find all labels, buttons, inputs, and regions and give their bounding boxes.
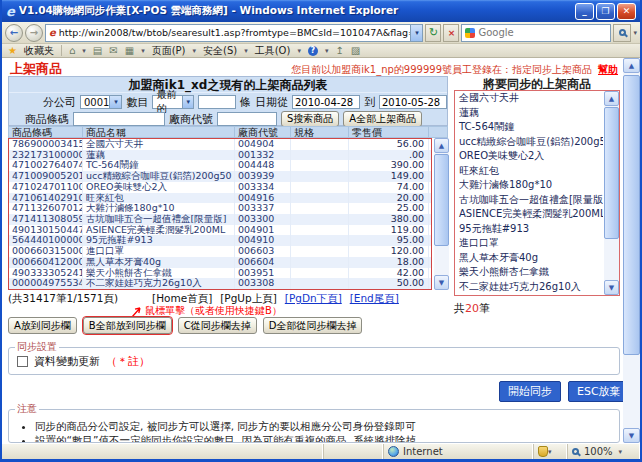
remove-selected-button[interactable]: C從同步欄去掉	[178, 317, 257, 334]
table-row[interactable]: 2321731000007蓮藕001332.00	[9, 150, 431, 161]
tools-menu-dropdown[interactable]: ▾	[297, 47, 301, 55]
protected-mode-icon[interactable]	[538, 446, 548, 457]
safety-menu[interactable]: 安全(S)	[203, 44, 237, 58]
home-icon[interactable]: ⌂	[69, 46, 75, 56]
restore-button[interactable]: ❐	[596, 3, 615, 20]
help-dropdown[interactable]: ▾	[325, 47, 329, 55]
page-menu-dropdown[interactable]: ▾	[193, 47, 197, 55]
sync-list-item[interactable]: 黑人草本牙膏40g	[455, 251, 603, 266]
minimize-button[interactable]: _	[575, 3, 594, 20]
cell-vendor: 003951	[235, 268, 291, 279]
feed-icon[interactable]: ▤	[93, 46, 102, 56]
table-scrollbar[interactable]: ▲ ▼	[434, 138, 449, 290]
address-dropdown[interactable]: ▾	[410, 25, 422, 41]
refresh-button[interactable]: ↻	[425, 24, 441, 42]
table-scroll-thumb[interactable]	[434, 154, 449, 246]
table-row[interactable]: 4710090052013ucc精緻綜合咖啡豆(鋁箔)200g500039391…	[9, 171, 431, 182]
zoom-dropdown[interactable]: ▾	[619, 448, 623, 456]
table-row[interactable]: 564440100000695元拖鞋#91300491095.00	[9, 235, 431, 246]
mail-icon[interactable]: ✉	[109, 46, 117, 56]
add-all-button[interactable]: B全部放到同步欄	[83, 317, 172, 334]
scroll-down-icon[interactable]: ▼	[434, 275, 449, 290]
page-scroll-thumb[interactable]	[623, 75, 640, 355]
scroll-up-icon[interactable]: ▲	[604, 91, 619, 106]
vendor-input[interactable]	[217, 112, 277, 126]
print-dropdown[interactable]: ▾	[141, 47, 145, 55]
back-button[interactable]: ←	[5, 24, 23, 42]
table-row[interactable]: 4710247011009OREO美味雙心2入00333474.00	[9, 182, 431, 193]
table-row[interactable]: 0006603150005進口口罩006603120.00	[9, 246, 431, 257]
pgdn-link[interactable]: [PgDn下頁]	[285, 292, 342, 306]
sync-list-item[interactable]: 樂天小熊餅杏仁拿鐵	[455, 265, 603, 280]
search-options-dropdown[interactable]: ▾	[633, 29, 637, 37]
sync-list-item[interactable]: 蓮藕	[455, 106, 603, 121]
zoom-icon[interactable]	[572, 448, 579, 455]
esc-cancel-button[interactable]: ESC放棄	[568, 381, 630, 402]
scroll-down-icon[interactable]: ▼	[604, 280, 619, 295]
start-sync-button[interactable]: 開始同步	[499, 381, 561, 402]
sync-scrollbar[interactable]: ▲ ▼	[604, 91, 619, 295]
sync-list-item[interactable]: 古坑咖啡五合一超值禮盒[限量版]	[455, 193, 603, 208]
table-row[interactable]: 4710027640740TC-564鬧鐘004448390.00	[9, 160, 431, 171]
add-selected-button[interactable]: A放到同步欄	[8, 317, 77, 334]
zoom-level[interactable]: 100%	[584, 446, 613, 457]
sync-list-item[interactable]: 大雞汁滷條180g*10	[455, 178, 603, 193]
scroll-down-icon[interactable]: ▼	[623, 428, 640, 443]
table-row[interactable]: 0000049755343不二家娃娃巧克力26g10入00330850.00	[9, 278, 431, 289]
search-go-button[interactable]	[613, 24, 631, 42]
table-row[interactable]: 7869000034155全國六寸天井00490456.00	[9, 139, 431, 150]
cell-spec	[291, 203, 349, 214]
remove-all-button[interactable]: D全部從同步欄去掉	[263, 317, 363, 334]
cell-name: TC-564鬧鐘	[83, 160, 235, 171]
close-button[interactable]: ✕	[617, 3, 636, 20]
print-icon[interactable]: ▦	[125, 46, 134, 56]
table-row[interactable]: 4711326070122大雞汁滷條180g*1000333725.00	[9, 203, 431, 214]
help-link[interactable]: 幫助	[598, 64, 618, 75]
branch-select[interactable]: 0001▾	[80, 95, 122, 109]
sync-list-item[interactable]: OREO美味雙心2入	[455, 149, 603, 164]
table-row[interactable]: 4901301504470ASIENCE完美輕柔潤髮乳200ML00490111…	[9, 225, 431, 236]
favorites-button[interactable]: 收藏夹	[24, 44, 54, 58]
sync-list-item[interactable]: TC-564鬧鐘	[455, 120, 603, 135]
sync-list-item[interactable]: 不二家娃娃巧克力26g10入	[455, 280, 603, 295]
end-page-link[interactable]: [End尾頁]	[350, 292, 399, 306]
scroll-up-icon[interactable]: ▲	[434, 138, 449, 153]
search-products-button[interactable]: S搜索商品	[281, 111, 339, 127]
search-box[interactable]: Google	[461, 24, 611, 42]
sync-list-item[interactable]: 旺來紅包	[455, 164, 603, 179]
help-icon[interactable]: ?	[308, 46, 318, 56]
count-select[interactable]: 最前的▾	[152, 95, 194, 109]
date-from-input[interactable]	[292, 95, 360, 109]
data-update-checkbox[interactable]	[17, 356, 28, 367]
sync-list-item[interactable]: 進口口罩	[455, 236, 603, 251]
count-input[interactable]	[198, 95, 236, 109]
table-row[interactable]: 4710614029101旺來紅包00491620.00	[9, 193, 431, 204]
cell-name: OREO美味雙心2入	[83, 182, 235, 193]
safety-menu-dropdown[interactable]: ▾	[244, 47, 248, 55]
sync-scroll-thumb[interactable]	[604, 107, 619, 239]
table-row[interactable]: 4903333052417樂天小熊餅杏仁拿鐵00395142.00	[9, 268, 431, 279]
address-input[interactable]: e http://win2008/tw/btob/searesult1.asp?…	[45, 24, 423, 42]
home-dropdown[interactable]: ▾	[82, 47, 86, 55]
sync-list-item[interactable]: 全國六寸天井	[455, 91, 603, 106]
notice-item: 設置的“數目”值不一定能同步你設定的數目, 因為可能有重複的商品, 系統將排除掉	[35, 433, 619, 443]
table-row[interactable]: 4714113080595古坑咖啡五合一超值禮盒[限量版]003300380.0…	[9, 214, 431, 225]
sync-list-item[interactable]: 95元拖鞋#913	[455, 222, 603, 237]
sync-list-item[interactable]: ucc精緻綜合咖啡豆(鋁箔)200g50	[455, 135, 603, 150]
page-scrollbar[interactable]: ▲ ▼	[623, 58, 640, 443]
scroll-up-icon[interactable]: ▲	[623, 58, 640, 73]
cell-code: 4903333052417	[9, 268, 83, 279]
protected-dropdown[interactable]: ▾	[548, 448, 552, 456]
all-products-button[interactable]: A全部上架商品	[343, 111, 422, 127]
stop-button[interactable]: ×	[443, 24, 459, 42]
tools-menu[interactable]: 工具(O)	[255, 44, 291, 58]
sync-list-item[interactable]: ASIENCE完美輕柔潤髮乳200ML	[455, 207, 603, 222]
extra-icon-1[interactable]: ↥	[335, 46, 343, 56]
barcode-input[interactable]	[73, 112, 165, 126]
notice-item: 同步的商品分公司設定, 被同步方可以選擇, 同步方的要以相應分公司身份登錄即可	[35, 419, 619, 433]
extra-icon-2[interactable]: ▨	[351, 46, 360, 56]
forward-button[interactable]: →	[25, 24, 43, 42]
table-row[interactable]: 0006604120005黑人草本牙膏40g00660418.00	[9, 257, 431, 268]
page-menu[interactable]: 页面(P)	[152, 44, 186, 58]
date-to-input[interactable]	[379, 95, 447, 109]
